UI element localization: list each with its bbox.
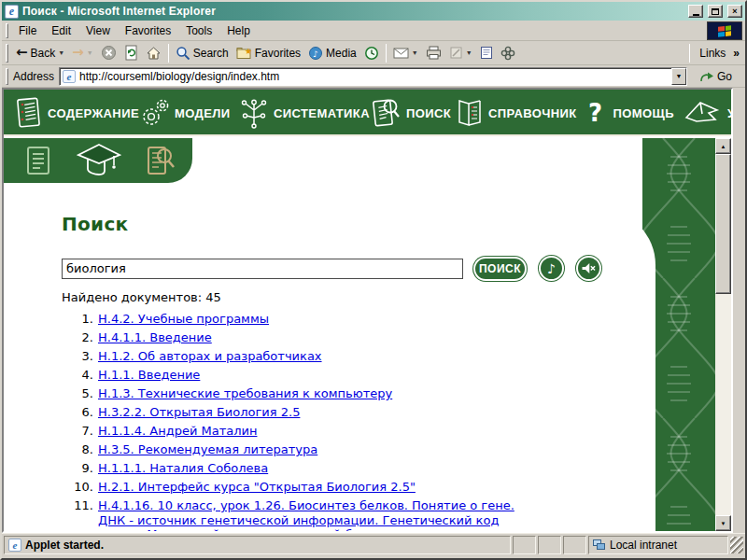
mail-button[interactable]: ▼: [389, 42, 422, 64]
links-band: Links »: [686, 44, 745, 63]
intranet-icon: [593, 539, 606, 551]
search-button[interactable]: Search: [172, 42, 233, 64]
title-bar: e Поиск - Microsoft Internet Explorer ×: [2, 2, 745, 21]
nav-item-help[interactable]: ? ПОМОЩЬ: [588, 90, 674, 136]
mail-dropdown-icon[interactable]: ▼: [412, 49, 418, 56]
stop-button[interactable]: [97, 42, 120, 64]
print-button[interactable]: [422, 42, 445, 64]
close-button[interactable]: ×: [727, 5, 742, 18]
toolbar-grip[interactable]: [6, 44, 8, 63]
address-dropdown-button[interactable]: ▼: [671, 68, 686, 85]
menu-file[interactable]: File: [11, 22, 44, 39]
list-item: 6. Н.3.2.2. Открытая Биология 2.5: [62, 405, 300, 420]
nav-item-models[interactable]: МОДЕЛИ: [140, 90, 231, 136]
go-arrow-icon: [699, 70, 714, 83]
list-item: 5. Н.1.3. Технические требования к компь…: [62, 386, 392, 401]
result-link[interactable]: Н.3.2.2. Открытая Биология 2.5: [98, 405, 300, 420]
maximize-button[interactable]: [708, 5, 723, 18]
edit-dropdown-icon[interactable]: ▼: [466, 49, 472, 56]
contents-icon: [15, 97, 43, 129]
refresh-icon: [124, 45, 138, 61]
menu-edit[interactable]: Edit: [44, 22, 78, 39]
history-button[interactable]: [360, 42, 383, 64]
favorites-button[interactable]: ★ Favorites: [233, 42, 304, 64]
go-button[interactable]: Go: [696, 67, 740, 86]
search-page-icon: [372, 97, 402, 129]
shortcut-tab: [4, 138, 192, 183]
list-item: 4. Н.1.1. Введение: [62, 368, 200, 383]
sound-on-button[interactable]: ♪: [539, 256, 564, 281]
site-nav-header: СОДЕРЖАНИЕ МОДЕЛИ: [4, 90, 731, 136]
history-icon: [364, 46, 379, 61]
home-button[interactable]: [142, 42, 165, 64]
page-magnifier-icon[interactable]: [146, 145, 176, 176]
windows-throbber: [707, 21, 742, 40]
result-link[interactable]: Н.4.2. Учебные программы: [98, 312, 269, 327]
address-url[interactable]: http://courseml/biology/design/index.htm: [79, 70, 668, 83]
toolbar-grip[interactable]: [6, 23, 8, 38]
menu-help[interactable]: Help: [219, 22, 258, 39]
scroll-down-button[interactable]: ▼: [715, 515, 731, 531]
scroll-up-button[interactable]: ▲: [715, 138, 731, 154]
result-number: 9.: [62, 461, 93, 476]
search-input[interactable]: [62, 259, 463, 279]
nav-item-contents[interactable]: СОДЕРЖАНИЕ: [15, 90, 139, 136]
forward-arrow-icon: →: [72, 46, 84, 60]
list-item: 7. Н.1.1.4. Андрей Маталин: [62, 424, 257, 439]
result-link[interactable]: Н.4.1.16. 10 класс, урок 1.26. Биосинтез…: [98, 498, 514, 531]
result-link[interactable]: Н.1.1.4. Андрей Маталин: [98, 424, 257, 439]
nav-item-teacher[interactable]: У: [684, 90, 731, 136]
site-content-frame: Поиск ПОИСК ♪ Найдено документо: [4, 138, 731, 531]
scrollbar-thumb[interactable]: [715, 154, 731, 294]
result-number: 3.: [62, 349, 93, 364]
links-chevron-icon[interactable]: »: [733, 47, 740, 60]
status-message: Applet started.: [25, 539, 104, 552]
music-note-icon: ♪: [547, 262, 556, 275]
minimize-button[interactable]: [688, 5, 703, 18]
result-link[interactable]: Н.3.5. Рекомендуемая литература: [98, 442, 317, 457]
discuss-button[interactable]: [476, 42, 497, 64]
maximize-icon: [712, 8, 719, 15]
media-button[interactable]: ♪ Media: [304, 42, 360, 64]
toolbar-grip[interactable]: [6, 68, 8, 85]
result-link[interactable]: Н.2.1. Интерфейс курса "Открытая Биологи…: [98, 480, 416, 495]
edit-button[interactable]: ▼: [445, 42, 476, 64]
menu-tools[interactable]: Tools: [178, 22, 219, 39]
handbook-icon: [456, 97, 484, 129]
nav-item-taxonomy[interactable]: СИСТЕМАТИКА: [239, 90, 370, 136]
resize-grip[interactable]: [730, 537, 743, 553]
ie-logo-icon: e: [5, 5, 19, 19]
status-ie-icon: e: [8, 539, 21, 552]
question-mark-icon: ?: [588, 101, 602, 125]
search-submit-button[interactable]: ПОИСК: [473, 257, 527, 281]
address-field[interactable]: e http://courseml/biology/design/index.h…: [59, 67, 687, 86]
teacher-origami-icon: [684, 97, 723, 129]
sound-off-button[interactable]: [576, 256, 601, 281]
result-link[interactable]: Н.1.1. Введение: [98, 368, 200, 383]
forward-button[interactable]: → ▼: [68, 42, 97, 64]
vertical-scrollbar[interactable]: ▲ ▼: [715, 138, 731, 531]
refresh-button[interactable]: [120, 42, 142, 64]
nav-item-search[interactable]: ПОИСК: [372, 90, 451, 136]
menu-view[interactable]: View: [78, 22, 118, 39]
links-label[interactable]: Links: [699, 47, 726, 60]
back-dropdown-icon[interactable]: ▼: [58, 49, 64, 56]
result-number: 11.: [62, 498, 93, 531]
status-bar: e Applet started. Local intranet: [2, 533, 745, 555]
graduation-cap-icon[interactable]: [77, 143, 121, 178]
result-link[interactable]: Н.1.3. Технические требования к компьюте…: [98, 386, 392, 401]
nav-item-handbook[interactable]: СПРАВОЧНИК: [456, 90, 577, 136]
models-gears-icon: [140, 97, 170, 129]
result-link[interactable]: Н.4.1.1. Введение: [98, 330, 212, 345]
result-number: 5.: [62, 386, 93, 401]
security-zone-pane: Local intranet: [588, 536, 728, 554]
result-link[interactable]: Н.1.2. Об авторах и разработчиках: [98, 349, 322, 364]
address-label: Address: [13, 70, 54, 83]
security-zone-label: Local intranet: [610, 539, 677, 552]
minimize-icon: [693, 14, 699, 16]
document-list-icon[interactable]: [24, 145, 52, 176]
messenger-button[interactable]: [497, 42, 519, 64]
menu-favorites[interactable]: Favorites: [118, 22, 178, 39]
result-link[interactable]: Н.1.1.1. Наталия Соболева: [98, 461, 268, 476]
back-button[interactable]: ← Back ▼: [12, 42, 68, 64]
